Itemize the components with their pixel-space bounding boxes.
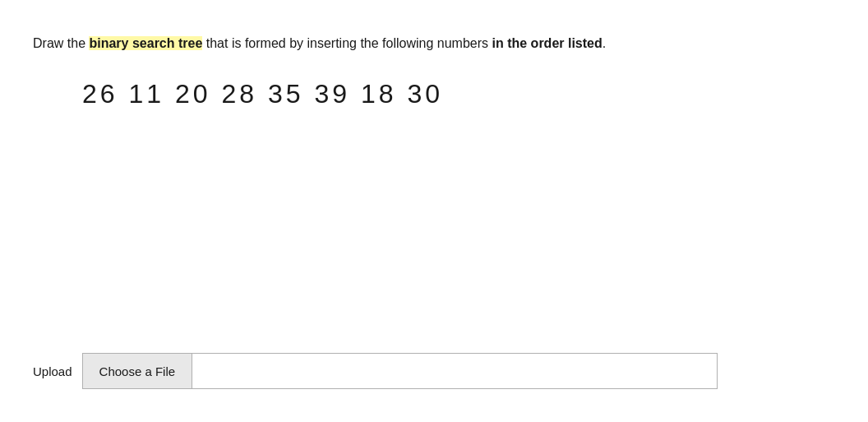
file-name-field: [192, 353, 718, 389]
file-input-wrapper: Choose a File: [82, 353, 718, 389]
question-middle: that is formed by inserting the followin…: [202, 36, 492, 50]
numbers-display: 26 11 20 28 35 39 18 30: [82, 79, 835, 109]
question-suffix: .: [603, 36, 606, 50]
upload-label: Upload: [33, 364, 72, 378]
question-bold-end: in the order listed: [492, 36, 603, 50]
page-container: Draw the binary search tree that is form…: [0, 0, 868, 422]
question-highlight: binary search tree: [89, 36, 202, 50]
question-prefix: Draw the: [33, 36, 89, 50]
choose-file-button[interactable]: Choose a File: [82, 353, 192, 389]
question-text: Draw the binary search tree that is form…: [33, 33, 814, 54]
upload-section: Upload Choose a File: [33, 353, 835, 389]
content-area: Draw the binary search tree that is form…: [33, 33, 835, 353]
